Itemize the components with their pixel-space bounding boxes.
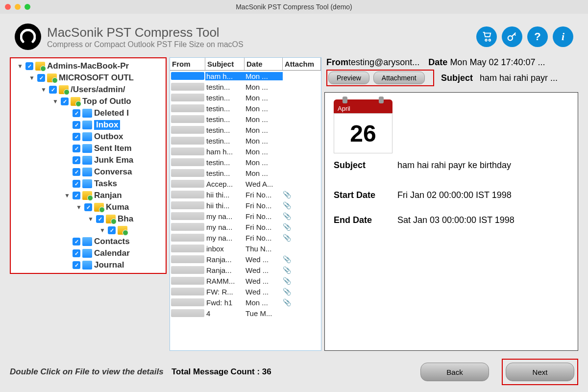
cart-icon[interactable]: [476, 26, 497, 47]
tree-item[interactable]: ▼✓MICROSOFT OUTL: [11, 72, 166, 84]
message-row[interactable]: my na...Fri No...📎: [170, 211, 321, 221]
tree-checkbox[interactable]: ✓: [73, 145, 80, 152]
tree-item[interactable]: ✓Tasks: [11, 178, 166, 190]
message-row[interactable]: ham h...Mon ...: [170, 146, 321, 157]
tree-item[interactable]: ✓Inbox: [11, 119, 166, 131]
message-row[interactable]: hii thi...Fri No...📎: [170, 189, 321, 200]
mailfolder-icon: [82, 168, 92, 176]
back-button[interactable]: Back: [420, 363, 489, 381]
col-date[interactable]: Date: [245, 58, 283, 70]
tree-checkbox[interactable]: ✓: [73, 238, 80, 245]
tree-arrow[interactable]: ▼: [99, 227, 106, 234]
tree-checkbox[interactable]: ✓: [73, 168, 80, 176]
attachment-icon: 📎: [283, 266, 291, 274]
tree-item[interactable]: ✓Junk Ema: [11, 154, 166, 166]
key-icon[interactable]: [502, 26, 522, 47]
info-icon[interactable]: i: [553, 26, 573, 47]
tree-checkbox[interactable]: ✓: [84, 203, 92, 211]
tree-checkbox[interactable]: ✓: [73, 192, 80, 199]
tree-checkbox[interactable]: ✓: [37, 74, 45, 82]
tree-checkbox[interactable]: ✓: [73, 156, 80, 164]
message-row[interactable]: Accep...Wed A...: [170, 178, 321, 189]
tree-item[interactable]: ▼✓Bha: [11, 213, 166, 225]
tree-arrow[interactable]: ▼: [17, 63, 24, 70]
tree-checkbox[interactable]: ✓: [73, 249, 80, 257]
message-row[interactable]: testin...Mon ...: [170, 103, 321, 114]
tree-item[interactable]: ▼✓Admins-MacBook-Pr: [11, 60, 166, 72]
tree-item[interactable]: ✓Journal: [11, 259, 166, 271]
from-blurred: [171, 288, 204, 295]
msg-attach: 📎: [283, 234, 321, 242]
col-attachment[interactable]: Attachm: [283, 58, 321, 70]
message-row[interactable]: Fwd: h1Mon ...📎: [170, 297, 321, 308]
tree-arrow[interactable]: ▼: [28, 74, 35, 81]
tree-item[interactable]: ▼✓Ranjan: [11, 190, 166, 201]
tree-arrow[interactable]: ▼: [75, 204, 82, 211]
tree-checkbox[interactable]: ✓: [73, 133, 80, 141]
tree-label: Top of Outlo: [82, 97, 131, 106]
tree-checkbox[interactable]: ✓: [73, 261, 80, 269]
app-title: MacSonik PST Compress Tool: [47, 25, 476, 40]
message-row[interactable]: Ranja...Wed ...📎: [170, 265, 321, 275]
msg-subject: Fwd: h1: [205, 298, 245, 307]
message-row[interactable]: 4Tue M...: [170, 308, 321, 318]
app-logo: [15, 24, 41, 50]
next-button[interactable]: Next: [506, 363, 574, 381]
message-row[interactable]: testin...Mon ...: [170, 135, 321, 146]
tree-item[interactable]: ▼✓Top of Outlo: [11, 96, 166, 107]
header-icons: ? i: [476, 26, 573, 47]
tree-arrow[interactable]: ▼: [52, 98, 59, 105]
tree-checkbox[interactable]: ✓: [61, 98, 69, 105]
folder-tree[interactable]: ▼✓Admins-MacBook-Pr▼✓MICROSOFT OUTL▼✓/Us…: [10, 57, 167, 274]
message-row[interactable]: testin...Mon ...: [170, 157, 321, 168]
msg-subject: RAMM...: [205, 277, 245, 285]
col-from[interactable]: From: [170, 58, 205, 70]
tree-checkbox[interactable]: ✓: [96, 215, 104, 223]
tree-checkbox[interactable]: ✓: [73, 180, 80, 188]
tree-checkbox[interactable]: ✓: [73, 109, 80, 117]
message-row[interactable]: FW: R...Wed ...📎: [170, 286, 321, 297]
help-icon[interactable]: ?: [527, 26, 548, 47]
message-row[interactable]: testin...Mon ...: [170, 114, 321, 124]
attachment-tab-button[interactable]: Attachment: [373, 72, 425, 84]
tree-arrow[interactable]: ▼: [40, 86, 47, 93]
tree-checkbox[interactable]: ✓: [49, 86, 57, 94]
tree-checkbox[interactable]: ✓: [73, 121, 80, 129]
message-row[interactable]: hii thi...Fri No...📎: [170, 200, 321, 211]
message-row[interactable]: ham h...Mon ...: [170, 71, 321, 81]
message-row[interactable]: testin...Mon ...: [170, 81, 321, 92]
tree-checkbox[interactable]: ✓: [25, 62, 33, 70]
tree-item[interactable]: ▼✓/Users/admin/: [11, 84, 166, 96]
message-row[interactable]: testin...Mon ...: [170, 92, 321, 103]
folder-icon: [59, 85, 69, 94]
msg-date: Mon ...: [245, 83, 283, 91]
tree-item[interactable]: ▼✓Kuma: [11, 201, 166, 213]
tree-item[interactable]: ✓Calendar: [11, 247, 166, 259]
tree-item[interactable]: ✓Sent Item: [11, 143, 166, 154]
message-row[interactable]: inboxThu N...: [170, 243, 321, 254]
message-row[interactable]: my na...Fri No...📎: [170, 232, 321, 243]
col-subject[interactable]: Subject: [205, 58, 245, 70]
attachment-icon: 📎: [283, 191, 291, 198]
message-list[interactable]: ham h...Mon ...testin...Mon ...testin...…: [170, 71, 321, 350]
preview-tab-button[interactable]: Preview: [328, 72, 369, 84]
tree-item[interactable]: ✓Conversa: [11, 166, 166, 178]
message-row[interactable]: Ranja...Wed ...📎: [170, 254, 321, 265]
message-row[interactable]: testin...Mon ...: [170, 168, 321, 178]
tree-item[interactable]: ▼✓: [11, 225, 166, 236]
msg-subject: inbox: [205, 245, 245, 253]
tree-checkbox[interactable]: ✓: [108, 226, 116, 234]
msg-subject: my na...: [205, 234, 245, 242]
msg-date: Mon ...: [245, 94, 283, 102]
message-row[interactable]: my na...Fri No...📎: [170, 221, 321, 232]
tree-item[interactable]: ✓Deleted I: [11, 107, 166, 119]
tree-item[interactable]: ✓Contacts: [11, 236, 166, 247]
tree-item[interactable]: ✓Outbox: [11, 131, 166, 143]
tree-arrow[interactable]: ▼: [64, 192, 71, 199]
msg-date: Mon ...: [245, 72, 283, 80]
message-row[interactable]: RAMM...Wed ...📎: [170, 275, 321, 286]
body-end-label: End Date: [334, 215, 397, 225]
tree-arrow[interactable]: ▼: [87, 216, 94, 222]
message-row[interactable]: testin...Mon ...: [170, 124, 321, 135]
tree-label: Journal: [94, 260, 124, 270]
